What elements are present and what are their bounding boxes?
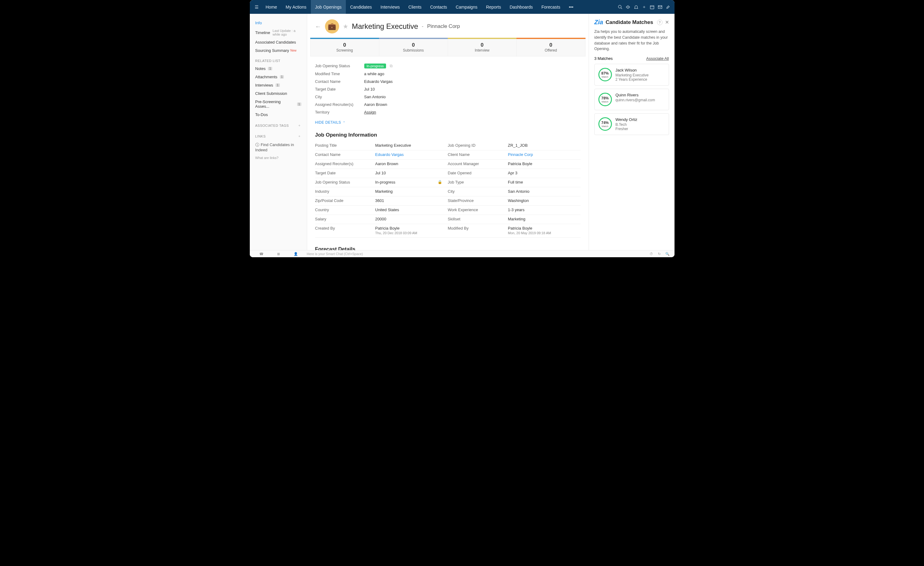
- plus-icon[interactable]: ＋: [640, 3, 648, 11]
- history-icon[interactable]: ↻: [656, 252, 663, 256]
- mail-icon[interactable]: [656, 3, 664, 11]
- record-avatar: 💼: [325, 20, 339, 33]
- sidebar-item-timeline[interactable]: TimelineLast Update : a while ago: [250, 27, 307, 38]
- record-header: ← 💼 ★ Marketing Executive - Pinnacle Cor…: [307, 14, 589, 38]
- info-icon: ⓘ: [255, 142, 260, 148]
- menu-icon[interactable]: ☰: [252, 5, 261, 9]
- sidebar-item-info[interactable]: Info: [250, 19, 307, 27]
- nav-tab-my-actions[interactable]: My Actions: [281, 0, 311, 14]
- tools-icon[interactable]: [664, 3, 672, 11]
- sidebar-hint-links[interactable]: What are links?: [250, 154, 307, 161]
- add-link-icon[interactable]: ＋: [298, 134, 302, 138]
- nav-tab-job-openings[interactable]: Job Openings: [311, 0, 346, 14]
- nav-tab-home[interactable]: Home: [261, 0, 281, 14]
- sidebar-item-attachments[interactable]: Attachments1: [250, 73, 307, 81]
- contact-link[interactable]: Eduardo Vargas: [375, 152, 448, 157]
- sidebar-item-prescreening[interactable]: Pre-Screening Asses...1: [250, 98, 307, 111]
- left-sidebar: Info TimelineLast Update : a while ago A…: [250, 14, 307, 257]
- svg-rect-2: [650, 6, 654, 9]
- nav-tab-clients[interactable]: Clients: [404, 0, 426, 14]
- main-content: ← 💼 ★ Marketing Executive - Pinnacle Cor…: [307, 14, 589, 257]
- record-title: Marketing Executive: [352, 22, 418, 31]
- status-badge: In-progress: [364, 63, 386, 68]
- zoom-icon[interactable]: 🔍: [663, 252, 672, 256]
- pipeline-stages: 0Screening0Submissions0Interview0Offered: [310, 39, 585, 57]
- hide-details-toggle[interactable]: HIDE DETAILS⌃: [307, 118, 589, 129]
- sidebar-section-links: LINKS＋: [250, 129, 307, 140]
- announce-icon[interactable]: [624, 3, 632, 11]
- candidate-card[interactable]: 74%MatchWendy OrtizB.TechFresher: [594, 113, 669, 135]
- zia-icon: Zia: [594, 19, 603, 26]
- star-icon[interactable]: ★: [343, 23, 348, 30]
- close-icon[interactable]: ✕: [665, 20, 669, 25]
- sidebar-section-related-list: RELATED LIST: [250, 55, 307, 65]
- panel-title: Candidate Matches: [606, 20, 654, 26]
- svg-point-0: [618, 5, 621, 8]
- help-icon[interactable]: ?: [657, 20, 663, 25]
- pipeline-stage-offered[interactable]: 0Offered: [517, 39, 585, 56]
- top-nav: ☰ HomeMy ActionsJob OpeningsCandidatesIn…: [250, 0, 675, 14]
- more-icon[interactable]: •••: [565, 5, 578, 9]
- nav-tab-contacts[interactable]: Contacts: [426, 0, 452, 14]
- match-ring: 74%Match: [598, 117, 612, 131]
- pipeline-stage-interview[interactable]: 0Interview: [448, 39, 517, 56]
- footer-icon-3[interactable]: 👤: [287, 252, 304, 256]
- nav-tab-interviews[interactable]: Interviews: [376, 0, 404, 14]
- sidebar-link-indeed[interactable]: ⓘFind Candidates in Indeed: [250, 140, 307, 154]
- nav-tab-reports[interactable]: Reports: [482, 0, 506, 14]
- client-link[interactable]: Pinnacle Corp: [508, 152, 580, 157]
- match-count: 3 Matches: [594, 56, 613, 61]
- svg-line-1: [621, 8, 622, 9]
- clock-icon[interactable]: ⏱: [648, 252, 656, 256]
- job-info-title: Job Opening Information: [307, 129, 589, 140]
- nav-tab-forecasts[interactable]: Forecasts: [537, 0, 564, 14]
- footer-icon-1[interactable]: ☎: [253, 252, 270, 256]
- search-icon[interactable]: [616, 3, 624, 11]
- footer-bar: ☎ ⊞ 👤 Here is your Smart Chat (Ctrl+Spac…: [250, 250, 675, 257]
- panel-description: Zia helps you to automatically screen an…: [594, 29, 669, 52]
- match-ring: 87%Match: [598, 68, 612, 81]
- copy-icon[interactable]: ⧉: [390, 63, 393, 68]
- sidebar-item-sourcing-summary[interactable]: Sourcing SummaryNew: [250, 47, 307, 55]
- smart-chat-hint[interactable]: Here is your Smart Chat (Ctrl+Space): [304, 252, 648, 256]
- sidebar-item-interviews[interactable]: Interviews1: [250, 81, 307, 89]
- pipeline-stage-submissions[interactable]: 0Submissions: [379, 39, 448, 56]
- pipeline-stage-screening[interactable]: 0Screening: [310, 39, 379, 56]
- nav-tab-campaigns[interactable]: Campaigns: [452, 0, 482, 14]
- calendar-icon[interactable]: [648, 3, 656, 11]
- chevron-up-icon: ⌃: [343, 121, 345, 124]
- candidate-matches-panel: Zia Candidate Matches ? ✕ Zia helps you …: [589, 14, 675, 257]
- match-ring: 78%Match: [598, 93, 612, 106]
- candidate-card[interactable]: 87%MatchJack WilsonMarketing Executive2 …: [594, 64, 669, 86]
- nav-tab-dashboards[interactable]: Dashboards: [506, 0, 537, 14]
- footer-icon-2[interactable]: ⊞: [270, 252, 287, 256]
- add-tag-icon[interactable]: ＋: [298, 123, 302, 128]
- lock-icon: 🔒: [438, 180, 442, 185]
- assign-territory-link[interactable]: Assign: [364, 110, 376, 114]
- record-subtitle: Pinnacle Corp: [427, 23, 460, 30]
- summary-block: Job Opening StatusIn-progress ⧉ Modified…: [307, 57, 589, 118]
- associate-all-link[interactable]: Associate All: [646, 56, 669, 61]
- sidebar-item-client-submission[interactable]: Client Submission: [250, 89, 307, 98]
- sidebar-item-todos[interactable]: To-Dos: [250, 111, 307, 119]
- sidebar-item-associated-candidates[interactable]: Associated Candidates: [250, 38, 307, 47]
- bell-icon[interactable]: [632, 3, 640, 11]
- sidebar-item-notes[interactable]: Notes1: [250, 65, 307, 73]
- back-icon[interactable]: ←: [315, 23, 321, 30]
- candidate-card[interactable]: 78%MatchQuinn Riversquinn.rivers@gmail.c…: [594, 89, 669, 110]
- sidebar-section-tags: ASSOCIATED TAGS＋: [250, 119, 307, 129]
- nav-tab-candidates[interactable]: Candidates: [346, 0, 376, 14]
